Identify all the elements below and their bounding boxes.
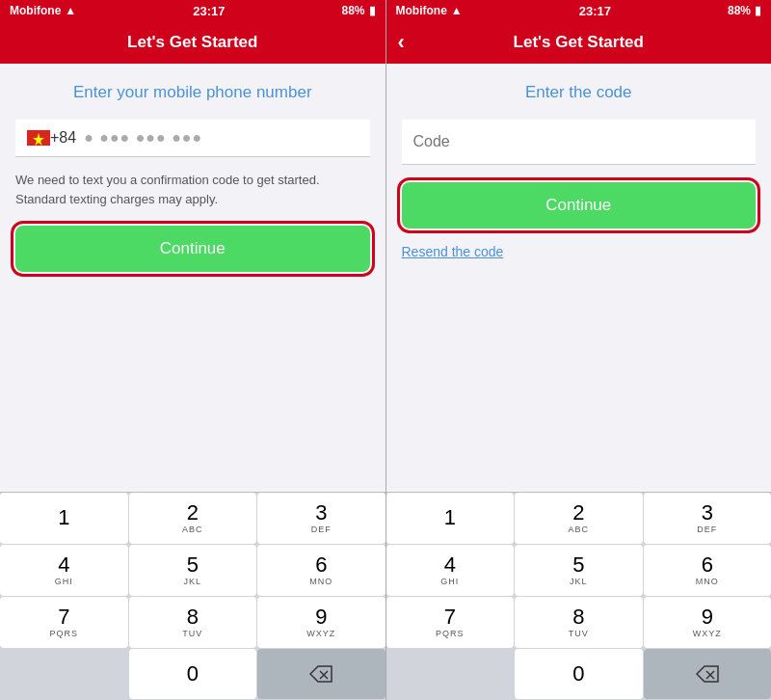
keyboard-right: 1 2ABC 3DEF 4GHI 5JKL 6MNO 7PQRS 8TUV 9W… (386, 492, 772, 700)
delete-icon-right (696, 665, 719, 683)
time-left: 23:17 (193, 4, 225, 18)
keyboard-row-r3: 7PQRS 8TUV 9WXYZ (386, 597, 772, 648)
code-screen-title: Enter the code (402, 83, 757, 102)
key-r6[interactable]: 6MNO (644, 545, 772, 596)
key-r0[interactable]: 0 (515, 649, 643, 699)
code-entry-screen: Mobifone ▲ 23:17 88% ▮ ‹ Let's Get Start… (386, 0, 772, 700)
key-5[interactable]: 5JKL (129, 545, 257, 596)
delete-key-right[interactable] (644, 649, 772, 699)
continue-button-left[interactable]: Continue (15, 226, 370, 272)
battery-left: 88% (341, 4, 364, 17)
keyboard-row-r0: 0 (386, 649, 772, 699)
nav-bar-left: Let's Get Started (0, 21, 386, 64)
vietnam-flag-icon (27, 130, 50, 146)
key-r8[interactable]: 8TUV (515, 597, 643, 648)
keyboard-row-3: 7PQRS 8TUV 9WXYZ (0, 597, 386, 648)
status-bar-left: Mobifone ▲ 23:17 88% ▮ (0, 0, 386, 21)
code-input[interactable] (402, 120, 757, 165)
continue-button-right[interactable]: Continue (402, 182, 757, 229)
info-text: We need to text you a confirmation code … (15, 157, 370, 226)
key-8[interactable]: 8TUV (129, 597, 257, 648)
battery-right: 88% (728, 4, 751, 17)
phone-screen-title: Enter your mobile phone number (15, 83, 370, 102)
key-r4[interactable]: 4GHI (386, 545, 515, 596)
content-right: Enter the code Continue Resend the code (386, 64, 772, 492)
key-r2[interactable]: 2ABC (515, 493, 643, 544)
wifi-icon: ▲ (65, 4, 76, 17)
country-code: +84 (50, 129, 76, 147)
back-button[interactable]: ‹ (398, 30, 405, 55)
key-9[interactable]: 9WXYZ (257, 597, 386, 648)
key-0[interactable]: 0 (129, 649, 257, 699)
key-r5[interactable]: 5JKL (515, 545, 643, 596)
keyboard-row-r2: 4GHI 5JKL 6MNO (386, 545, 772, 596)
key-2[interactable]: 2ABC (129, 493, 257, 544)
key-1-num: 1 (58, 507, 69, 528)
status-bar-right: Mobifone ▲ 23:17 88% ▮ (386, 0, 772, 21)
key-blank-right (386, 649, 515, 699)
key-1[interactable]: 1 (0, 493, 128, 544)
carrier-right: Mobifone (396, 4, 447, 17)
wifi-icon-right: ▲ (451, 4, 463, 17)
key-r3[interactable]: 3DEF (644, 493, 772, 544)
status-left-right: Mobifone ▲ (396, 4, 463, 17)
key-4[interactable]: 4GHI (0, 545, 128, 596)
status-right-right: 88% ▮ (728, 4, 761, 17)
key-r7[interactable]: 7PQRS (386, 597, 515, 648)
key-7[interactable]: 7PQRS (0, 597, 128, 648)
key-3-num: 3 (315, 502, 327, 524)
battery-icon-left: ▮ (369, 4, 376, 17)
key-r1[interactable]: 1 (386, 493, 515, 544)
carrier-left: Mobifone (10, 4, 61, 17)
key-3[interactable]: 3DEF (257, 493, 386, 544)
time-right: 23:17 (579, 4, 611, 18)
phone-number-screen: Mobifone ▲ 23:17 88% ▮ Let's Get Started… (0, 0, 386, 700)
status-right: 88% ▮ (341, 4, 375, 17)
status-left: Mobifone ▲ (10, 4, 76, 17)
keyboard-row-1: 1 2ABC 3DEF (0, 493, 386, 544)
resend-code-link[interactable]: Resend the code (402, 244, 757, 259)
keyboard-row-0: 0 (0, 649, 386, 699)
battery-icon-right: ▮ (755, 4, 761, 17)
nav-bar-right: ‹ Let's Get Started (386, 21, 772, 64)
nav-title-right: Let's Get Started (514, 33, 644, 52)
key-2-num: 2 (187, 502, 199, 524)
nav-title-left: Let's Get Started (127, 33, 257, 52)
keyboard-row-2: 4GHI 5JKL 6MNO (0, 545, 386, 596)
keyboard-row-r1: 1 2ABC 3DEF (386, 493, 772, 544)
phone-input-row[interactable]: +84 ● ●●● ●●● ●●● (15, 120, 370, 157)
key-blank-left (0, 649, 128, 699)
key-r9[interactable]: 9WXYZ (644, 597, 772, 648)
key-6[interactable]: 6MNO (257, 545, 386, 596)
content-left: Enter your mobile phone number +84 ● ●●●… (0, 64, 386, 492)
keyboard-left: 1 2ABC 3DEF 4GHI 5JKL 6MNO 7PQRS 8TUV 9W… (0, 492, 386, 700)
delete-key-left[interactable] (257, 649, 386, 699)
delete-icon-left (309, 665, 332, 683)
phone-number-display: ● ●●● ●●● ●●● (84, 129, 202, 147)
